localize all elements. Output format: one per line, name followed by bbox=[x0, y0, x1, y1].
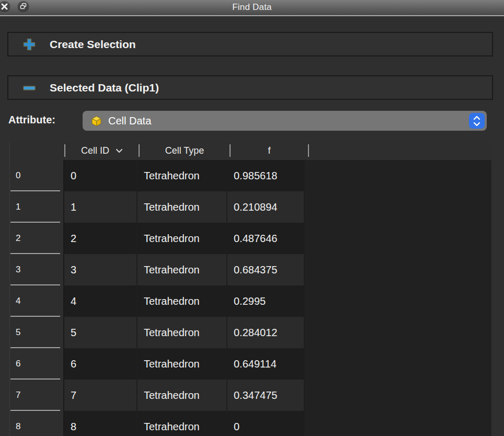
table-row[interactable]: 44Tetrahedron0.2995 bbox=[10, 285, 491, 317]
row-filler bbox=[305, 317, 491, 348]
table-row[interactable]: 77Tetrahedron0.347475 bbox=[10, 380, 491, 411]
cell-id-cell[interactable]: 2 bbox=[64, 223, 138, 254]
row-filler bbox=[305, 380, 491, 411]
create-selection-label: Create Selection bbox=[50, 38, 136, 51]
cell-id-cell[interactable]: 0 bbox=[64, 160, 138, 191]
sort-chevron-down-icon bbox=[116, 148, 123, 153]
column-header-cell-id[interactable]: Cell ID bbox=[65, 145, 139, 156]
row-index-cell[interactable]: 4 bbox=[10, 285, 64, 317]
f-value-cell[interactable]: 0.649114 bbox=[227, 348, 305, 380]
spreadsheet-table: Cell ID Cell Type f 00Tetrahedron0.98561… bbox=[9, 141, 491, 436]
row-index-cell[interactable]: 6 bbox=[10, 348, 64, 380]
row-index-cell[interactable]: 8 bbox=[10, 411, 64, 436]
cell-type-cell[interactable]: Tetrahedron bbox=[138, 348, 227, 380]
column-header-f[interactable]: f bbox=[231, 145, 308, 156]
cell-id-cell[interactable]: 6 bbox=[64, 348, 138, 380]
cell-type-cell[interactable]: Tetrahedron bbox=[138, 160, 227, 191]
create-selection-header[interactable]: Create Selection bbox=[7, 32, 493, 56]
cell-type-cell[interactable]: Tetrahedron bbox=[138, 411, 227, 436]
cell-type-cell[interactable]: Tetrahedron bbox=[138, 317, 227, 348]
table-row[interactable]: 11Tetrahedron0.210894 bbox=[10, 191, 491, 223]
header-separator bbox=[308, 144, 309, 157]
cell-id-cell[interactable]: 7 bbox=[64, 380, 138, 411]
cell-type-cell[interactable]: Tetrahedron bbox=[138, 191, 227, 223]
cell-type-cell[interactable]: Tetrahedron bbox=[138, 380, 227, 411]
column-header-cell-type[interactable]: Cell Type bbox=[140, 145, 230, 156]
cell-type-header-label: Cell Type bbox=[165, 145, 204, 156]
row-index-cell[interactable]: 5 bbox=[10, 317, 64, 348]
f-value-cell[interactable]: 0.2995 bbox=[227, 285, 305, 317]
table-header-row: Cell ID Cell Type f bbox=[10, 141, 491, 160]
selected-data-header[interactable]: Selected Data (Clip1) bbox=[7, 75, 493, 100]
dropdown-stepper-icon bbox=[469, 113, 485, 129]
cell-id-cell[interactable]: 4 bbox=[64, 285, 138, 317]
cell-id-cell[interactable]: 5 bbox=[64, 317, 138, 348]
cell-type-cell[interactable]: Tetrahedron bbox=[138, 254, 227, 285]
row-index-cell[interactable]: 0 bbox=[10, 160, 64, 191]
table-row[interactable]: 22Tetrahedron0.487646 bbox=[10, 223, 491, 254]
row-index-cell[interactable]: 7 bbox=[10, 380, 64, 411]
f-value-cell[interactable]: 0.210894 bbox=[227, 191, 305, 223]
cell-data-cube-icon bbox=[90, 115, 102, 127]
row-index-cell[interactable]: 3 bbox=[10, 254, 64, 285]
f-value-cell[interactable]: 0.347475 bbox=[227, 380, 305, 411]
cell-id-header-label: Cell ID bbox=[81, 145, 109, 156]
cell-id-cell[interactable]: 8 bbox=[64, 411, 138, 436]
table-row[interactable]: 33Tetrahedron0.684375 bbox=[10, 254, 491, 285]
f-value-cell[interactable]: 0 bbox=[227, 411, 305, 436]
find-data-panel: Find Data Create Selection Selected Data… bbox=[0, 0, 504, 436]
row-filler bbox=[305, 223, 491, 254]
f-value-cell[interactable]: 0.487646 bbox=[227, 223, 305, 254]
minus-icon bbox=[22, 81, 37, 95]
f-value-cell[interactable]: 0.284012 bbox=[227, 317, 305, 348]
plus-icon bbox=[22, 37, 37, 52]
titlebar[interactable]: Find Data bbox=[0, 0, 504, 16]
table-body: 00Tetrahedron0.98561811Tetrahedron0.2108… bbox=[10, 160, 491, 436]
cell-type-cell[interactable]: Tetrahedron bbox=[138, 223, 227, 254]
f-value-cell[interactable]: 0.985618 bbox=[227, 160, 305, 191]
row-filler bbox=[305, 160, 491, 191]
row-index-cell[interactable]: 1 bbox=[10, 191, 64, 223]
cell-id-cell[interactable]: 3 bbox=[64, 254, 138, 285]
row-filler bbox=[305, 254, 491, 285]
f-value-cell[interactable]: 0.684375 bbox=[227, 254, 305, 285]
window-title: Find Data bbox=[0, 2, 504, 13]
row-index-cell[interactable]: 2 bbox=[10, 223, 64, 254]
row-filler bbox=[305, 191, 491, 223]
selected-data-label: Selected Data (Clip1) bbox=[50, 82, 159, 94]
table-row[interactable]: 00Tetrahedron0.985618 bbox=[10, 160, 491, 191]
table-row[interactable]: 66Tetrahedron0.649114 bbox=[10, 348, 491, 380]
cell-id-cell[interactable]: 1 bbox=[64, 191, 138, 223]
table-row[interactable]: 55Tetrahedron0.284012 bbox=[10, 317, 491, 348]
attribute-label: Attribute: bbox=[8, 114, 55, 126]
row-filler bbox=[305, 285, 491, 317]
row-filler bbox=[305, 348, 491, 380]
table-row[interactable]: 88Tetrahedron0 bbox=[10, 411, 491, 436]
attribute-dropdown[interactable]: Cell Data bbox=[83, 111, 487, 131]
attribute-selected-value: Cell Data bbox=[108, 115, 151, 127]
f-header-label: f bbox=[268, 145, 270, 156]
cell-type-cell[interactable]: Tetrahedron bbox=[138, 285, 227, 317]
row-filler bbox=[305, 411, 491, 436]
